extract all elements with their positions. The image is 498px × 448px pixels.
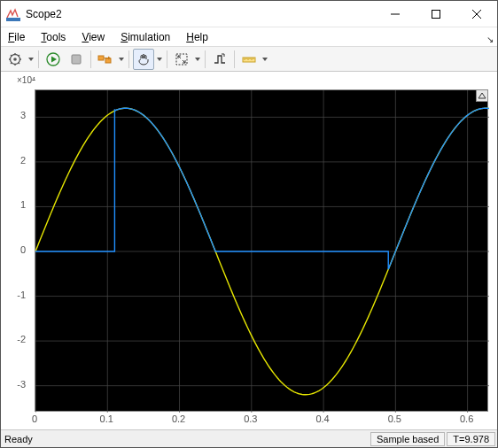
- separator: [90, 50, 91, 68]
- x-tick-label: 0.5: [388, 413, 401, 424]
- x-tick-label: 0.6: [460, 413, 473, 424]
- svg-marker-34: [262, 58, 268, 61]
- menubar: File Tools View Simulation Help ↘: [1, 27, 497, 47]
- separator: [205, 50, 206, 68]
- stop-button[interactable]: [66, 49, 87, 70]
- menubar-corner-icon[interactable]: ↘: [486, 35, 494, 44]
- menu-file[interactable]: File: [4, 29, 28, 45]
- menu-tools[interactable]: Tools: [37, 29, 69, 45]
- separator: [128, 50, 129, 68]
- legend-toggle-icon[interactable]: [476, 89, 488, 102]
- menu-view[interactable]: View: [78, 29, 108, 45]
- menu-simulation[interactable]: Simulation: [117, 29, 174, 45]
- step-button[interactable]: [95, 49, 116, 70]
- separator: [234, 50, 235, 68]
- run-button[interactable]: [43, 49, 64, 70]
- step-dropdown[interactable]: [118, 58, 125, 61]
- x-tick-label: 0.3: [244, 413, 257, 424]
- menu-help[interactable]: Help: [183, 29, 212, 45]
- pan-dropdown[interactable]: [156, 58, 163, 61]
- titlebar: Scope2: [1, 1, 497, 27]
- svg-rect-1: [6, 18, 20, 21]
- autoscale-dropdown[interactable]: [194, 58, 201, 61]
- configure-button[interactable]: [4, 49, 26, 70]
- status-ready: Ready: [1, 434, 370, 444]
- svg-marker-26: [195, 58, 200, 61]
- svg-marker-35: [479, 93, 486, 98]
- toolbar: [1, 47, 497, 72]
- plot-container: ×10⁴ -3-2-10123 00.10.20.30.40.50.6: [1, 72, 497, 429]
- y-tick-label: 3: [8, 110, 26, 120]
- window-title: Scope2: [26, 8, 375, 20]
- y-exponent-label: ×10⁴: [17, 75, 35, 85]
- x-tick-label: 0: [32, 413, 37, 424]
- y-tick-label: -1: [8, 290, 26, 300]
- measurements-dropdown[interactable]: [261, 58, 268, 61]
- y-tick-label: -3: [8, 379, 26, 390]
- separator: [167, 50, 167, 68]
- measurements-button[interactable]: [238, 49, 260, 70]
- status-sample-mode: Sample based: [370, 432, 445, 446]
- plot-axes[interactable]: [35, 89, 488, 412]
- close-button[interactable]: [456, 1, 497, 27]
- svg-marker-24: [157, 58, 162, 61]
- svg-marker-23: [119, 58, 124, 61]
- y-tick-label: 0: [8, 244, 26, 255]
- svg-point-7: [13, 58, 17, 61]
- svg-rect-25: [176, 54, 187, 65]
- maximize-button[interactable]: [416, 1, 456, 27]
- svg-rect-3: [432, 10, 440, 18]
- svg-rect-20: [98, 56, 104, 60]
- x-tick-label: 0.2: [172, 413, 185, 424]
- statusbar: Ready Sample based T=9.978: [1, 429, 497, 447]
- minimize-button[interactable]: [375, 1, 416, 27]
- y-tick-label: 1: [8, 199, 26, 210]
- plot-canvas: [35, 90, 489, 413]
- x-tick-label: 0.4: [315, 413, 329, 424]
- app-icon: [6, 7, 20, 21]
- pan-button[interactable]: [133, 49, 154, 70]
- svg-marker-18: [51, 56, 57, 62]
- status-time: T=9.978: [447, 432, 495, 446]
- scope-window: Scope2 File Tools View Simulation Help ↘: [0, 0, 498, 448]
- svg-marker-16: [28, 58, 34, 61]
- y-tick-label: -2: [8, 334, 26, 344]
- y-tick-label: 2: [8, 155, 26, 166]
- svg-rect-19: [72, 55, 81, 64]
- separator: [38, 50, 39, 68]
- configure-dropdown[interactable]: [27, 58, 35, 61]
- x-tick-label: 0.1: [100, 413, 113, 424]
- triggers-button[interactable]: [209, 49, 230, 70]
- autoscale-button[interactable]: [171, 49, 192, 70]
